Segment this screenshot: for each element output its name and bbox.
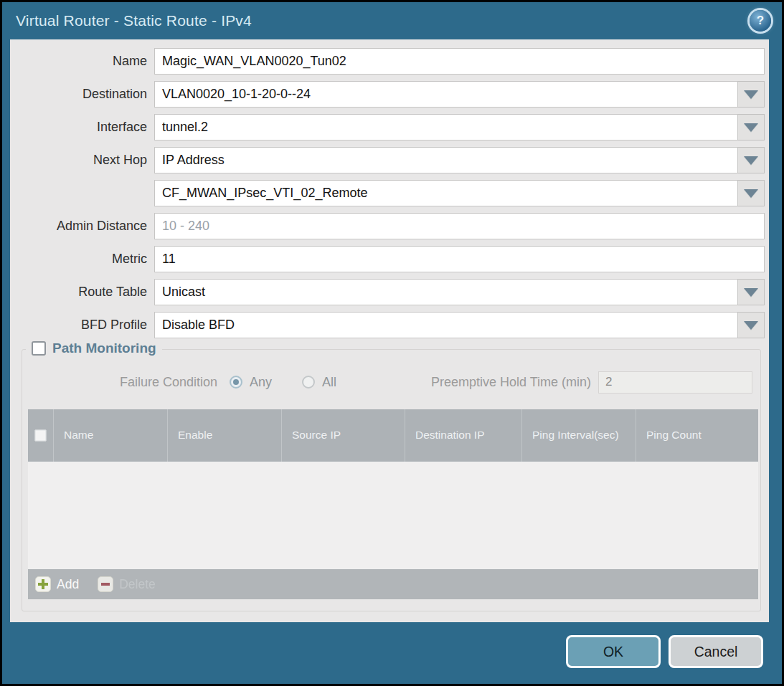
table-header-destination-ip: Destination IP <box>405 409 521 462</box>
destination-input[interactable] <box>154 81 738 108</box>
table-header-source-ip: Source IP <box>281 409 405 462</box>
chevron-down-icon <box>744 123 758 132</box>
failure-condition-row: Failure Condition Any All Preemptive Hol… <box>22 370 760 394</box>
path-monitoring-legend: Path Monitoring <box>26 340 162 356</box>
metric-input[interactable] <box>154 246 765 272</box>
interface-input[interactable] <box>154 114 738 140</box>
destination-dropdown-button[interactable] <box>738 81 765 108</box>
radio-all-icon <box>302 376 315 389</box>
table-header-name: Name <box>53 409 167 462</box>
route-table-label: Route Table <box>10 285 147 300</box>
next-hop-address-row <box>10 180 765 206</box>
next-hop-address-input[interactable] <box>154 180 738 206</box>
path-monitoring-title: Path Monitoring <box>52 340 156 356</box>
bfd-profile-dropdown-button[interactable] <box>738 312 765 338</box>
table-header-enable: Enable <box>167 409 281 462</box>
plus-icon <box>35 576 51 592</box>
add-button: Add <box>35 576 79 592</box>
interface-dropdown-button[interactable] <box>738 114 765 140</box>
bfd-profile-label: BFD Profile <box>10 318 147 333</box>
ok-button[interactable]: OK <box>566 635 661 668</box>
bfd-profile-input[interactable] <box>154 312 738 338</box>
chevron-down-icon <box>744 288 758 297</box>
table-header-row: Name Enable Source IP Destination IP Pin… <box>28 409 758 462</box>
destination-label: Destination <box>10 87 147 102</box>
failure-condition-option-all: All <box>302 375 336 390</box>
chevron-down-icon <box>744 321 758 330</box>
help-icon[interactable]: ? <box>750 10 771 32</box>
next-hop-address-dropdown-button[interactable] <box>738 180 765 206</box>
radio-any-label: Any <box>250 375 272 390</box>
name-row: Name <box>10 48 765 75</box>
delete-button: Delete <box>98 576 156 592</box>
admin-distance-input[interactable] <box>154 213 765 239</box>
failure-condition-label: Failure Condition <box>22 375 217 390</box>
chevron-down-icon <box>744 189 758 198</box>
preemptive-hold-time-label: Preemptive Hold Time (min) <box>431 375 591 390</box>
radio-any-icon <box>230 376 242 389</box>
admin-distance-label: Admin Distance <box>10 219 147 234</box>
interface-row: Interface <box>10 114 765 140</box>
table-toolbar: Add Delete <box>28 569 758 599</box>
minus-icon <box>98 576 113 592</box>
dialog-frame: Virtual Router - Static Route - IPv4 ? N… <box>2 2 782 684</box>
table-header-ping-count: Ping Count <box>636 409 758 462</box>
next-hop-type-input[interactable] <box>154 147 738 173</box>
virtual-router-static-route-dialog: Virtual Router - Static Route - IPv4 ? N… <box>0 0 784 686</box>
table-header-ping-interval: Ping Interval(sec) <box>521 409 636 462</box>
route-table-dropdown-button[interactable] <box>738 279 765 305</box>
path-monitoring-section: Path Monitoring Failure Condition Any Al… <box>22 349 761 611</box>
dialog-body: Name Destination Interface <box>10 39 769 622</box>
chevron-down-icon <box>744 90 758 99</box>
route-table-row: Route Table <box>10 279 765 305</box>
route-table-input[interactable] <box>154 279 738 305</box>
next-hop-label: Next Hop <box>10 153 147 168</box>
table-body-empty <box>28 462 758 569</box>
table-header-select <box>28 409 53 462</box>
path-monitoring-table: Name Enable Source IP Destination IP Pin… <box>28 409 758 599</box>
preemptive-hold-time-input <box>598 371 752 394</box>
name-label: Name <box>10 54 147 69</box>
name-input[interactable] <box>154 48 765 75</box>
interface-label: Interface <box>10 120 147 135</box>
failure-condition-option-any: Any <box>230 375 272 390</box>
cancel-button[interactable]: Cancel <box>669 635 763 668</box>
bfd-profile-row: BFD Profile <box>10 312 765 338</box>
radio-all-label: All <box>322 375 336 390</box>
next-hop-row: Next Hop <box>10 147 765 173</box>
delete-button-label: Delete <box>119 577 156 592</box>
admin-distance-row: Admin Distance <box>10 213 765 239</box>
chevron-down-icon <box>744 156 758 165</box>
static-route-form: Name Destination Interface <box>10 39 769 338</box>
select-all-checkbox <box>34 429 47 442</box>
add-button-label: Add <box>57 577 79 592</box>
dialog-title: Virtual Router - Static Route - IPv4 <box>16 12 252 29</box>
metric-row: Metric <box>10 246 765 272</box>
path-monitoring-checkbox[interactable] <box>32 341 46 356</box>
destination-row: Destination <box>10 81 765 108</box>
next-hop-dropdown-button[interactable] <box>738 147 765 173</box>
metric-label: Metric <box>10 252 147 267</box>
